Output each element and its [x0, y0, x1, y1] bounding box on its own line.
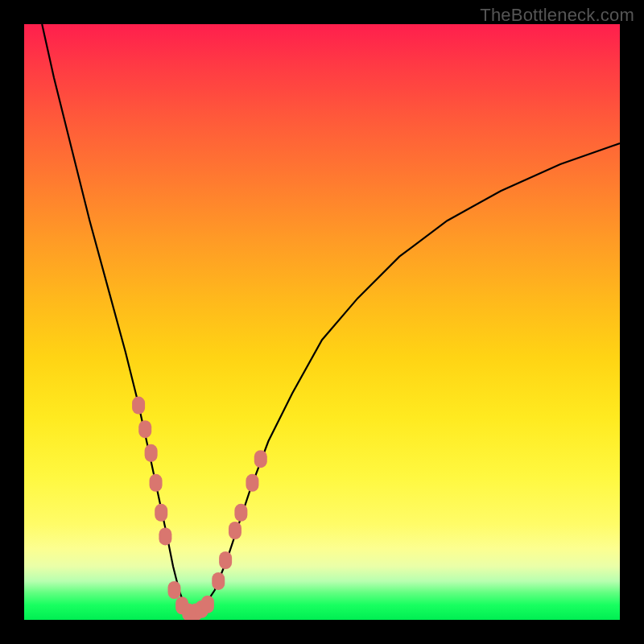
curve-marker — [254, 450, 267, 468]
curve-marker — [145, 444, 158, 462]
curve-marker — [150, 474, 163, 492]
watermark-text: TheBottleneck.com — [480, 5, 634, 26]
curve-marker — [212, 572, 225, 590]
curve-marker — [167, 581, 180, 599]
curve-marker — [219, 551, 232, 569]
curve-marker — [246, 474, 258, 492]
curve-marker — [132, 397, 145, 415]
chart-svg — [24, 24, 620, 620]
curve-line — [42, 24, 620, 612]
curve-marker — [201, 596, 214, 613]
curve-markers — [132, 397, 267, 620]
curve-marker — [138, 420, 151, 438]
chart-plot-area — [24, 24, 620, 620]
curve-marker — [234, 504, 247, 522]
curve-marker — [229, 522, 242, 539]
curve-marker — [155, 504, 167, 522]
curve-marker — [159, 527, 171, 545]
